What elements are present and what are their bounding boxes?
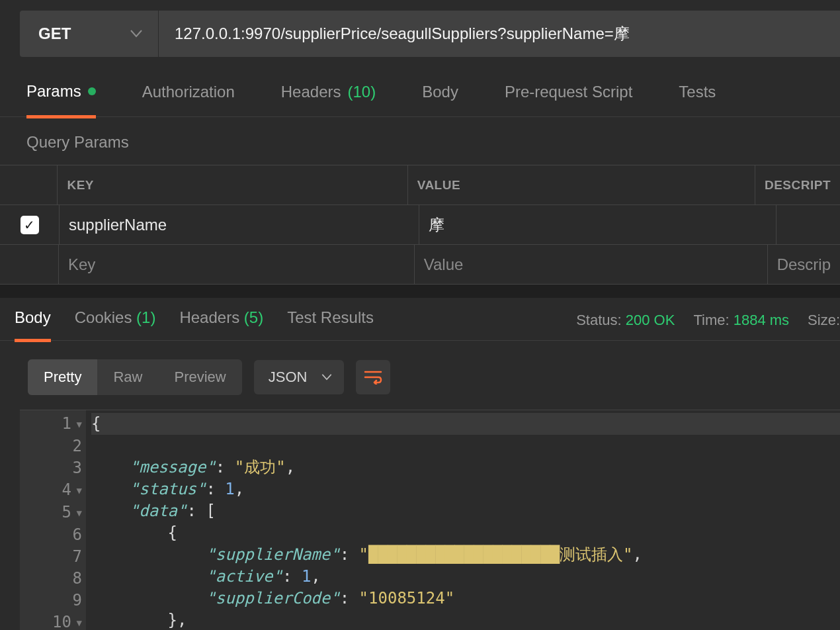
table-header-row: KEY VALUE DESCRIPT <box>0 165 840 205</box>
time-meta: Time: 1884 ms <box>693 312 789 329</box>
table-row-new: Key Value Descrip <box>0 245 840 285</box>
param-key-value: supplierName <box>69 216 167 234</box>
tab-params-label: Params <box>26 82 81 101</box>
param-value-value: 摩 <box>429 214 444 236</box>
request-tabs: Params Authorization Headers (10) Body P… <box>0 57 840 117</box>
view-preview-button[interactable]: Preview <box>158 359 241 395</box>
query-params-title: Query Params <box>0 117 840 165</box>
view-pretty-button[interactable]: Pretty <box>28 359 97 395</box>
response-tabs: Body Cookies (1) Headers (5) Test Result… <box>15 308 374 340</box>
resp-tab-headers-count: (5) <box>244 308 263 326</box>
new-param-value-placeholder: Value <box>424 255 464 274</box>
response-bar: Body Cookies (1) Headers (5) Test Result… <box>0 298 840 341</box>
new-param-desc-placeholder: Descrip <box>777 255 831 274</box>
new-param-value-input[interactable]: Value <box>415 245 768 284</box>
resp-tab-test-results[interactable]: Test Results <box>287 308 374 340</box>
table-header-desc: DESCRIPT <box>755 165 840 204</box>
checkmark-icon: ✓ <box>21 216 39 234</box>
params-active-dot-icon <box>88 87 96 95</box>
size-label: Size: <box>808 312 840 328</box>
tab-tests-label: Tests <box>679 83 716 101</box>
table-header-value: VALUE <box>408 165 755 204</box>
chevron-down-icon <box>321 374 332 381</box>
response-toolbar: Pretty Raw Preview JSON <box>0 341 840 410</box>
table-row: ✓ supplierName 摩 <box>0 205 840 245</box>
resp-tab-cookies-label: Cookies <box>75 308 132 326</box>
url-text: 127.0.0.1:9970/supplierPrice/seagullSupp… <box>175 24 630 42</box>
tab-tests[interactable]: Tests <box>679 83 716 116</box>
view-raw-button[interactable]: Raw <box>97 359 158 395</box>
tab-prerequest-label: Pre-request Script <box>505 83 632 101</box>
time-label: Time: <box>693 312 729 328</box>
response-meta: Status: 200 OK Time: 1884 ms Size: <box>576 312 840 337</box>
line-wrap-icon <box>364 370 382 384</box>
request-url-bar: GET 127.0.0.1:9970/supplierPrice/seagull… <box>20 11 840 57</box>
format-select[interactable]: JSON <box>254 360 345 394</box>
new-param-key-input[interactable]: Key <box>59 245 415 284</box>
tab-authorization[interactable]: Authorization <box>142 83 235 116</box>
resp-tab-cookies[interactable]: Cookies (1) <box>75 308 156 340</box>
status-meta: Status: 200 OK <box>576 312 675 329</box>
method-select[interactable]: GET <box>20 11 159 57</box>
response-code-area: 1▼ 2 3 4▼ 5▼ 6 7 8 9 10▼ { "message": "成… <box>20 410 840 630</box>
param-desc-input[interactable] <box>777 205 840 244</box>
status-value: 200 OK <box>626 312 675 328</box>
tab-body[interactable]: Body <box>422 83 458 116</box>
tab-prerequest[interactable]: Pre-request Script <box>505 83 632 116</box>
new-param-desc-input[interactable]: Descrip <box>768 245 840 284</box>
new-param-key-placeholder: Key <box>68 255 95 274</box>
param-value-input[interactable]: 摩 <box>419 205 777 244</box>
tab-headers[interactable]: Headers (10) <box>281 83 376 116</box>
format-label: JSON <box>269 369 308 386</box>
tab-body-label: Body <box>422 83 458 101</box>
param-enabled-checkbox[interactable]: ✓ <box>0 205 60 244</box>
tab-headers-label: Headers <box>281 83 341 101</box>
url-input[interactable]: 127.0.0.1:9970/supplierPrice/seagullSupp… <box>159 23 840 44</box>
method-label: GET <box>38 24 71 43</box>
resp-tab-body-label: Body <box>15 308 51 326</box>
line-wrap-button[interactable] <box>356 360 390 394</box>
resp-tab-headers[interactable]: Headers (5) <box>179 308 263 340</box>
new-param-check <box>0 245 59 284</box>
response-body-code[interactable]: { "message": "成功", "status": 1, "data": … <box>86 410 840 630</box>
tab-params[interactable]: Params <box>26 82 96 118</box>
resp-tab-headers-label: Headers <box>179 308 239 326</box>
table-header-check <box>0 165 58 204</box>
tab-authorization-label: Authorization <box>142 83 235 101</box>
table-header-key: KEY <box>58 165 407 204</box>
line-gutter: 1▼ 2 3 4▼ 5▼ 6 7 8 9 10▼ <box>20 410 86 630</box>
resp-tab-cookies-count: (1) <box>136 308 155 326</box>
chevron-down-icon <box>130 30 142 38</box>
resp-tab-test-results-label: Test Results <box>287 308 374 326</box>
param-key-input[interactable]: supplierName <box>60 205 419 244</box>
time-value: 1884 ms <box>734 312 789 328</box>
view-mode-segment: Pretty Raw Preview <box>28 359 242 395</box>
query-params-table: KEY VALUE DESCRIPT ✓ supplierName 摩 Key … <box>0 165 840 285</box>
resp-tab-body[interactable]: Body <box>15 308 51 342</box>
size-meta: Size: <box>808 312 840 329</box>
tab-headers-count: (10) <box>348 83 376 101</box>
status-label: Status: <box>576 312 621 328</box>
